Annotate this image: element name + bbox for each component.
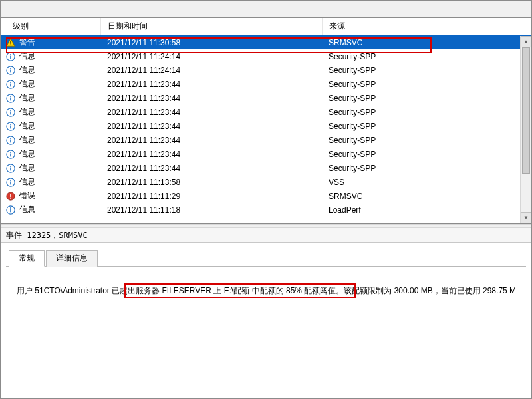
cell-datetime: 2021/12/11 11:23:44 (100, 91, 322, 105)
table-row[interactable]: 信息2021/12/11 11:24:14Security-SPP (1, 49, 531, 63)
info-icon (6, 136, 15, 145)
svg-rect-14 (10, 97, 11, 100)
tab-details[interactable]: 详细信息 (46, 250, 98, 267)
svg-rect-29 (10, 167, 11, 170)
svg-rect-17 (10, 111, 11, 114)
table-row[interactable]: 信息2021/12/11 11:23:44Security-SPP (1, 105, 531, 119)
cell-source: VSS (322, 175, 531, 189)
tab-general[interactable]: 常规 (9, 250, 45, 267)
cell-datetime: 2021/12/11 11:30:58 (100, 35, 322, 50)
table-row[interactable]: 信息2021/12/11 11:11:18LoadPerf (1, 203, 531, 217)
scroll-track[interactable] (521, 47, 531, 212)
event-table: 级别 日期和时间 来源 警告2021/12/11 11:30:58SRMSVC信… (1, 18, 531, 217)
scroll-up-button[interactable]: ▲ (521, 36, 531, 47)
info-icon (6, 94, 15, 103)
cell-level: 信息 (1, 63, 100, 77)
event-list-scrollbar[interactable]: ▲ ▼ (520, 36, 531, 223)
svg-rect-20 (10, 125, 11, 128)
cell-level: 信息 (1, 133, 100, 147)
level-label: 信息 (19, 78, 35, 90)
column-header-level[interactable]: 级别 (1, 18, 100, 35)
table-row[interactable]: 警告2021/12/11 11:30:58SRMSVC (1, 35, 531, 50)
cell-source: SRMSVC (322, 189, 531, 203)
cell-datetime: 2021/12/11 11:23:44 (100, 105, 322, 119)
cell-level: 信息 (1, 175, 100, 189)
cell-level: 信息 (1, 119, 100, 133)
table-row[interactable]: 信息2021/12/11 11:24:14Security-SPP (1, 63, 531, 77)
cell-source: Security-SPP (322, 77, 531, 91)
cell-datetime: 2021/12/11 11:13:58 (100, 175, 322, 189)
cell-source: Security-SPP (322, 91, 531, 105)
level-label: 信息 (19, 120, 35, 132)
column-header-datetime[interactable]: 日期和时间 (100, 18, 322, 35)
svg-point-37 (10, 207, 11, 209)
info-icon (6, 122, 15, 131)
info-icon (6, 178, 15, 187)
event-message-text: 用户 51CTO\Administrator 已超出服务器 FILESERVER… (17, 285, 515, 297)
level-label: 信息 (19, 106, 35, 118)
event-status-bar: 事件 12325，SRMSVC (1, 228, 531, 243)
svg-point-16 (10, 110, 11, 111)
cell-datetime: 2021/12/11 11:23:44 (100, 119, 322, 133)
svg-rect-2 (10, 44, 11, 45)
scroll-down-button[interactable]: ▼ (521, 212, 531, 223)
table-row[interactable]: 信息2021/12/11 11:13:58VSS (1, 175, 531, 189)
info-icon (6, 205, 15, 215)
cell-level: 信息 (1, 147, 100, 161)
cell-level: 信息 (1, 161, 100, 175)
event-detail-pane: 常规 详细信息 用户 51CTO\Administrator 已超出服务器 FI… (1, 243, 531, 398)
cell-level: 信息 (1, 105, 100, 119)
cell-source: Security-SPP (322, 105, 531, 119)
svg-point-28 (10, 166, 11, 167)
level-label: 信息 (19, 134, 35, 146)
svg-point-4 (10, 54, 11, 55)
info-icon (6, 164, 15, 173)
table-row[interactable]: 信息2021/12/11 11:23:44Security-SPP (1, 91, 531, 105)
svg-point-22 (10, 138, 11, 139)
cell-datetime: 2021/12/11 11:23:44 (100, 133, 322, 147)
level-label: 信息 (19, 176, 35, 188)
svg-point-10 (10, 82, 11, 83)
column-header-source[interactable]: 来源 (322, 18, 531, 35)
info-icon (6, 108, 15, 117)
level-label: 警告 (19, 37, 35, 48)
cell-level: 信息 (1, 77, 100, 91)
cell-datetime: 2021/12/11 11:11:29 (100, 189, 322, 203)
cell-source: SRMSVC (322, 35, 531, 50)
cell-datetime: 2021/12/11 11:23:44 (100, 77, 322, 91)
table-row[interactable]: 错误2021/12/11 11:11:29SRMSVC (1, 189, 531, 203)
svg-rect-38 (10, 209, 11, 212)
svg-rect-34 (10, 194, 11, 197)
info-icon (6, 52, 15, 61)
event-viewer-window: 级别 日期和时间 来源 警告2021/12/11 11:30:58SRMSVC信… (0, 0, 532, 399)
table-row[interactable]: 信息2021/12/11 11:23:44Security-SPP (1, 77, 531, 91)
warning-icon (6, 38, 15, 47)
level-label: 错误 (19, 190, 35, 201)
svg-point-13 (10, 96, 11, 97)
level-label: 信息 (19, 204, 35, 215)
cell-level: 信息 (1, 203, 100, 217)
cell-source: Security-SPP (322, 147, 531, 161)
table-row[interactable]: 信息2021/12/11 11:23:44Security-SPP (1, 161, 531, 175)
scroll-thumb[interactable] (522, 47, 530, 174)
info-icon (6, 66, 15, 75)
cell-level: 信息 (1, 49, 100, 63)
cell-datetime: 2021/12/11 11:24:14 (100, 63, 322, 77)
svg-point-19 (10, 124, 11, 125)
table-row[interactable]: 信息2021/12/11 11:23:44Security-SPP (1, 147, 531, 161)
cell-level: 警告 (1, 35, 100, 49)
cell-datetime: 2021/12/11 11:23:44 (100, 147, 322, 161)
table-row[interactable]: 信息2021/12/11 11:23:44Security-SPP (1, 133, 531, 147)
table-row[interactable]: 信息2021/12/11 11:23:44Security-SPP (1, 119, 531, 133)
svg-rect-1 (10, 41, 11, 43)
svg-rect-26 (10, 153, 11, 156)
svg-point-25 (10, 152, 11, 153)
svg-rect-8 (10, 69, 11, 72)
cell-level: 错误 (1, 189, 100, 203)
cell-source: LoadPerf (322, 203, 531, 217)
svg-rect-32 (10, 181, 11, 184)
level-label: 信息 (19, 92, 35, 104)
info-icon (6, 150, 15, 159)
level-label: 信息 (19, 162, 35, 174)
event-list-pane: 级别 日期和时间 来源 警告2021/12/11 11:30:58SRMSVC信… (1, 18, 531, 224)
